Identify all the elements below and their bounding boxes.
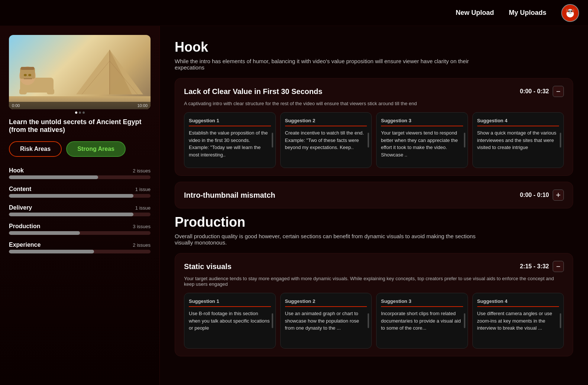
suggestion-1-3-text: Your target viewers tend to respond bett… — [381, 129, 463, 158]
hook-section-title: Hook — [175, 39, 573, 55]
header: New Upload My Uploads — [0, 0, 588, 26]
suggestion-card-s-1: Suggestion 1 Use B-roll footage in this … — [184, 293, 276, 349]
suggestion-1-4-label: Suggestion 4 — [477, 118, 559, 126]
suggestion-card-1-1: Suggestion 1 Establish the value proposi… — [184, 112, 276, 168]
static-visuals-title: Static visuals — [184, 262, 232, 271]
suggestion-1-1-text: Establish the value proposition of the v… — [189, 129, 271, 158]
metric-content-issues: 1 issue — [135, 187, 151, 192]
suggestion-card-1-4: Suggestion 4 Show a quick montage of the… — [472, 112, 564, 168]
sidebar: 0:00 10:00 Learn the untold secrets of A… — [0, 26, 160, 385]
svg-point-15 — [28, 74, 31, 76]
metric-production[interactable]: Production 3 issues — [9, 223, 151, 235]
suggestion-s-3-label: Suggestion 3 — [381, 298, 463, 307]
metric-delivery-bar-bg — [9, 213, 151, 216]
suggestion-s-1-scrollbar — [272, 313, 273, 328]
issue-card-static-visuals-header: Static visuals 2:15 - 3:32 − — [184, 261, 564, 272]
video-duration: 10:00 — [137, 103, 148, 108]
suggestion-card-1-2: Suggestion 2 Create incentive to watch t… — [280, 112, 372, 168]
metric-production-issues: 3 issues — [133, 224, 151, 229]
production-section-desc: Overall production quality is good howev… — [175, 233, 479, 246]
metric-delivery-label: Delivery — [9, 204, 32, 211]
svg-marker-6 — [110, 50, 132, 94]
avatar[interactable] — [561, 4, 579, 22]
video-thumb-overlay: 0:00 10:00 — [9, 102, 151, 109]
suggestions-row-1: Suggestion 1 Establish the value proposi… — [184, 112, 564, 168]
my-uploads-nav[interactable]: My Uploads — [509, 9, 546, 17]
suggestion-1-3-scrollbar — [464, 133, 465, 148]
svg-point-4 — [571, 10, 572, 12]
suggestion-s-2-scrollbar — [368, 313, 369, 328]
intro-thumbnail-time: 0:00 - 0:10 — [520, 192, 549, 198]
metric-list: Hook 2 issues Content 1 issue — [9, 167, 151, 261]
metric-experience-bar — [9, 250, 94, 253]
svg-rect-17 — [19, 89, 27, 94]
suggestion-card-1-3: Suggestion 3 Your target viewers tend to… — [376, 112, 468, 168]
intro-thumbnail-title: Intro-thumbnail mismatch — [184, 191, 275, 200]
toggle-buttons: Risk Areas Strong Areas — [9, 141, 151, 157]
metric-production-label: Production — [9, 223, 40, 230]
suggestion-1-2-text: Create incentive to watch till the end. … — [285, 129, 367, 151]
metric-hook-bar — [9, 175, 98, 179]
metric-content-label: Content — [9, 186, 31, 192]
suggestion-1-4-scrollbar — [560, 133, 561, 148]
suggestion-s-1-text: Use B-roll footage in this section when … — [189, 310, 271, 332]
issue-card-lack-value-header: Lack of Clear Value in First 30 Seconds … — [184, 86, 564, 97]
issue-card-static-visuals: Static visuals 2:15 - 3:32 − Your target… — [175, 253, 573, 356]
suggestion-s-2-label: Suggestion 2 — [285, 298, 367, 307]
header-nav: New Upload My Uploads — [456, 4, 579, 22]
svg-point-3 — [568, 10, 570, 12]
metric-delivery-bar — [9, 213, 133, 216]
metric-hook[interactable]: Hook 2 issues — [9, 167, 151, 179]
production-section-title: Production — [175, 214, 573, 230]
collapse-button-1[interactable]: − — [553, 86, 564, 97]
video-dots — [9, 111, 151, 114]
suggestion-1-2-label: Suggestion 2 — [285, 118, 367, 126]
suggestions-row-static: Suggestion 1 Use B-roll footage in this … — [184, 293, 564, 349]
suggestion-card-s-3: Suggestion 3 Incorporate short clips fro… — [376, 293, 468, 349]
svg-rect-13 — [21, 67, 34, 70]
suggestion-1-2-scrollbar — [368, 133, 369, 148]
issue-card-lack-value-desc: A captivating intro with clear structure… — [184, 101, 564, 106]
new-upload-nav[interactable]: New Upload — [456, 9, 494, 17]
metric-experience[interactable]: Experience 2 issues — [9, 242, 151, 253]
metric-experience-label: Experience — [9, 242, 41, 248]
metric-delivery[interactable]: Delivery 1 issue — [9, 204, 151, 216]
suggestion-s-1-label: Suggestion 1 — [189, 298, 271, 307]
suggestion-card-s-4: Suggestion 4 Use different camera angles… — [472, 293, 564, 349]
svg-rect-18 — [47, 89, 54, 94]
metric-hook-bar-bg — [9, 175, 151, 179]
strong-areas-button[interactable]: Strong Areas — [66, 141, 126, 157]
risk-areas-button[interactable]: Risk Areas — [9, 141, 62, 157]
intro-thumbnail-right: 0:00 - 0:10 + — [520, 190, 564, 201]
metric-content[interactable]: Content 1 issue — [9, 186, 151, 198]
svg-point-14 — [24, 74, 27, 76]
dot-3[interactable] — [83, 111, 85, 114]
suggestion-1-1-scrollbar — [272, 133, 273, 148]
dot-2[interactable] — [79, 111, 81, 114]
main-content: Hook While the intro has elements of hum… — [160, 26, 588, 385]
metric-production-bar — [9, 231, 80, 235]
time-label-1: 0:00 - 0:32 — [520, 88, 549, 95]
metric-hook-label: Hook — [9, 167, 24, 174]
dot-1[interactable] — [75, 111, 77, 114]
static-visuals-desc: Your target audience tends to stay more … — [184, 276, 564, 287]
issue-card-lack-value: Lack of Clear Value in First 30 Seconds … — [175, 78, 573, 176]
issue-card-intro-thumbnail: Intro-thumbnail mismatch 0:00 - 0:10 + — [175, 182, 573, 208]
collapse-button-static-visuals[interactable]: − — [553, 261, 564, 272]
suggestion-1-4-text: Show a quick montage of the various inte… — [477, 129, 559, 151]
suggestion-s-4-label: Suggestion 4 — [477, 298, 559, 307]
metric-delivery-issues: 1 issue — [135, 205, 151, 211]
metric-production-bar-bg — [9, 231, 151, 235]
suggestion-card-s-2: Suggestion 2 Use an animated graph or ch… — [280, 293, 372, 349]
suggestion-1-3-label: Suggestion 3 — [381, 118, 463, 126]
suggestion-s-3-text: Incorporate short clips from related doc… — [381, 310, 463, 332]
hook-section-desc: While the intro has elements of humor, b… — [175, 58, 479, 71]
suggestion-1-1-label: Suggestion 1 — [189, 118, 271, 126]
static-visuals-time: 2:15 - 3:32 − — [520, 261, 564, 272]
video-time-start: 0:00 — [12, 103, 20, 108]
suggestion-s-4-scrollbar — [560, 313, 561, 328]
metric-content-bar-bg — [9, 194, 151, 198]
suggestion-s-4-text: Use different camera angles or use zoom-… — [477, 310, 559, 332]
video-thumbnail[interactable]: 0:00 10:00 — [9, 35, 151, 109]
expand-button-intro-thumbnail[interactable]: + — [553, 190, 564, 201]
